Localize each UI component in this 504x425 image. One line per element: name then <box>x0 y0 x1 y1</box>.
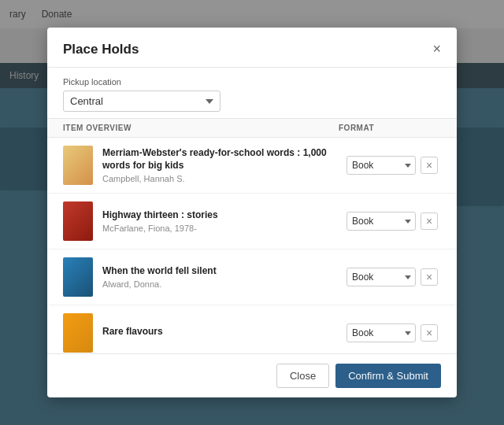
thumb-inner-2 <box>63 201 93 241</box>
pickup-label: Pickup location <box>63 77 441 87</box>
close-button[interactable]: Close <box>276 364 329 388</box>
book-thumbnail-4 <box>63 313 93 353</box>
pickup-location-section: Pickup location Central <box>47 68 457 118</box>
column-format: FORMAT <box>339 124 441 132</box>
remove-item-4-button[interactable]: × <box>421 324 438 342</box>
modal-overlay: Place Holds × Pickup location Central IT… <box>0 0 504 425</box>
item-info-2: Highway thirteen : stories McFarlane, Fi… <box>102 209 346 234</box>
modal-close-button[interactable]: × <box>432 42 441 56</box>
place-holds-modal: Place Holds × Pickup location Central IT… <box>47 28 457 397</box>
item-info-1: Merriam-Webster's ready-for-school words… <box>102 147 346 183</box>
table-row: Rare flavours Book × <box>47 305 457 353</box>
thumb-inner-4 <box>63 313 93 353</box>
format-select-2[interactable]: Book <box>346 212 416 231</box>
table-row: Merriam-Webster's ready-for-school words… <box>47 138 457 194</box>
item-author-2: McFarlane, Fiona, 1978- <box>102 224 346 233</box>
item-author-1: Campbell, Hannah S. <box>102 174 346 183</box>
book-thumbnail-3 <box>63 257 93 297</box>
table-row: Highway thirteen : stories McFarlane, Fi… <box>47 194 457 249</box>
item-format-4: Book × <box>346 323 441 342</box>
items-list: Merriam-Webster's ready-for-school words… <box>47 138 457 353</box>
item-info-3: When the world fell silent Alward, Donna… <box>102 265 346 290</box>
item-info-4: Rare flavours <box>102 326 346 341</box>
item-format-2: Book × <box>346 212 441 231</box>
item-title-3: When the world fell silent <box>102 265 346 278</box>
book-thumbnail-1 <box>63 146 93 185</box>
modal-footer: Close Confirm & Submit <box>47 353 457 397</box>
remove-item-2-button[interactable]: × <box>421 213 438 230</box>
remove-item-3-button[interactable]: × <box>421 268 438 286</box>
table-row: When the world fell silent Alward, Donna… <box>47 249 457 305</box>
pickup-location-select[interactable]: Central <box>63 91 220 112</box>
format-select-3[interactable]: Book <box>346 268 416 286</box>
item-title-2: Highway thirteen : stories <box>102 209 346 222</box>
book-thumbnail-2 <box>63 201 93 241</box>
modal-title: Place Holds <box>63 42 139 57</box>
item-format-3: Book × <box>346 268 441 286</box>
thumb-inner-1 <box>63 146 93 185</box>
item-format-1: Book × <box>346 156 441 175</box>
thumb-inner-3 <box>63 257 93 297</box>
item-author-3: Alward, Donna. <box>102 279 346 289</box>
confirm-submit-button[interactable]: Confirm & Submit <box>335 364 441 388</box>
format-select-4[interactable]: Book <box>346 323 416 342</box>
item-title-4: Rare flavours <box>102 326 346 338</box>
modal-header: Place Holds × <box>47 28 457 68</box>
format-select-1[interactable]: Book <box>346 156 416 175</box>
item-title-1: Merriam-Webster's ready-for-school words… <box>102 147 346 172</box>
column-item-overview: ITEM OVERVIEW <box>63 124 339 132</box>
remove-item-1-button[interactable]: × <box>421 157 438 174</box>
table-header: ITEM OVERVIEW FORMAT <box>47 118 457 138</box>
